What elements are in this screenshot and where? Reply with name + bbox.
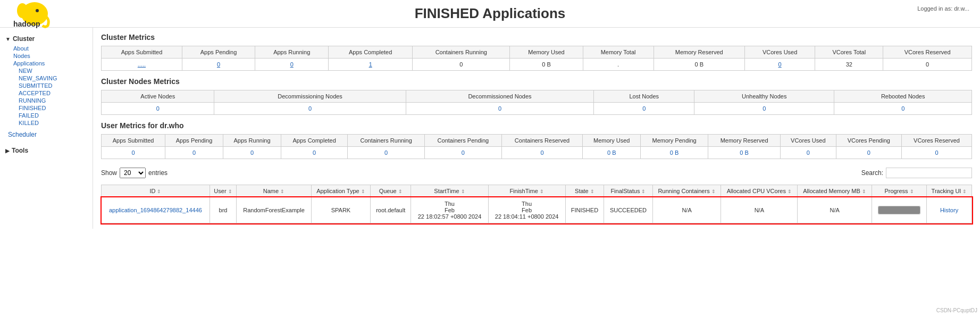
nodes-val-1: 0 [214, 103, 406, 115]
nodes-col-4: Unhealthy Nodes [694, 90, 834, 103]
app-col-8[interactable]: FinalStatus ⇕ [604, 185, 652, 197]
app-col-1[interactable]: User ⇕ [210, 185, 236, 197]
app-cell-13: History [927, 197, 972, 223]
cluster-triangle-icon: ▼ [5, 36, 11, 42]
user-col-1: Apps Pending [165, 135, 223, 147]
table-row: application_1694864279882_14446brdRandom… [102, 197, 972, 223]
user-val-3: 0 [281, 147, 348, 159]
show-entries-left: Show 10202550100 entries [101, 168, 167, 178]
user-col-10: VCores Used [780, 135, 836, 147]
sidebar-item-killed[interactable]: KILLED [16, 119, 90, 127]
cluster-section: ▼ Cluster About Nodes Applications NEW N… [3, 33, 90, 139]
cluster-nodes-table: Active NodesDecommissioning NodesDecommi… [101, 90, 972, 115]
show-entries-row: Show 10202550100 entries Search: [101, 165, 972, 180]
user-col-9: Memory Reserved [708, 135, 781, 147]
app-id-link[interactable]: application_1694864279882_14446 [109, 207, 202, 213]
app-col-11[interactable]: Allocated Memory MB ⇕ [798, 185, 872, 197]
cluster-metrics-val-3: 1 [329, 59, 413, 71]
cluster-section-header[interactable]: ▼ Cluster [3, 33, 90, 45]
sort-icon-4: ⇕ [398, 189, 403, 194]
user-col-8: Memory Pending [641, 135, 708, 147]
app-col-4[interactable]: Queue ⇕ [370, 185, 411, 197]
sort-icon-1: ⇕ [228, 189, 232, 194]
app-cell-5: ThuFeb22 18:02:57 +0800 2024 [411, 197, 488, 223]
app-cell-0: application_1694864279882_14446 [102, 197, 210, 223]
page-title: FINISHED Applications [415, 5, 566, 22]
tools-label: Tools [12, 147, 28, 154]
sidebar-item-submitted[interactable]: SUBMITTED [16, 82, 90, 89]
cluster-metrics-col-3: Apps Completed [329, 46, 413, 59]
entries-select[interactable]: 10202550100 [120, 168, 146, 178]
cluster-metrics-col-0: Apps Submitted [102, 46, 182, 59]
app-col-12[interactable]: Progress ⇕ [872, 185, 927, 197]
cluster-metrics-col-5: Memory Used [510, 46, 583, 59]
sidebar-item-nodes[interactable]: Nodes [11, 52, 90, 60]
cluster-metrics-val-0: ..... [102, 59, 182, 71]
app-col-2[interactable]: Name ⇕ [237, 185, 312, 197]
sidebar-item-running[interactable]: RUNNING [16, 97, 90, 104]
app-col-7[interactable]: State ⇕ [565, 185, 604, 197]
app-cell-10: N/A [721, 197, 798, 223]
svg-point-1 [17, 3, 28, 18]
app-col-0[interactable]: ID ⇕ [102, 185, 210, 197]
app-cell-2: RandomForestExample [237, 197, 312, 223]
entries-label: entries [148, 169, 167, 177]
user-col-5: Containers Pending [425, 135, 501, 147]
sidebar-item-scheduler[interactable]: Scheduler [3, 130, 90, 139]
user-val-5: 0 [425, 147, 501, 159]
user-val-7: 0 B [583, 147, 641, 159]
cluster-metrics-col-2: Apps Running [255, 46, 329, 59]
sidebar-item-accepted[interactable]: ACCEPTED [16, 89, 90, 97]
sort-icon-12: ⇕ [910, 189, 914, 194]
app-col-13[interactable]: Tracking UI ⇕ [927, 185, 972, 197]
search-label: Search: [861, 169, 883, 177]
sidebar-item-about[interactable]: About [11, 45, 90, 52]
app-col-5[interactable]: StartTime ⇕ [411, 185, 488, 197]
app-cell-6: ThuFeb22 18:04:11 +0800 2024 [488, 197, 565, 223]
app-col-9[interactable]: Running Containers ⇕ [652, 185, 721, 197]
cluster-links: About Nodes Applications NEW NEW_SAVING … [3, 45, 90, 127]
nodes-val-3: 0 [594, 103, 694, 115]
sidebar-item-new[interactable]: NEW [16, 67, 90, 74]
app-col-6[interactable]: FinishTime ⇕ [488, 185, 565, 197]
hadoop-logo-svg: hadoop [11, 0, 69, 28]
tools-section-header[interactable]: ▶ Tools [3, 145, 90, 156]
cluster-metrics-val-1: 0 [182, 59, 255, 71]
show-label: Show [101, 169, 117, 177]
cluster-metrics-val-2: 0 [255, 59, 329, 71]
user-col-7: Memory Used [583, 135, 641, 147]
app-cell-12 [872, 197, 927, 223]
nodes-col-1: Decommissioning Nodes [214, 90, 406, 103]
search-input[interactable] [886, 168, 972, 178]
user-val-8: 0 B [641, 147, 708, 159]
cluster-metrics-col-7: Memory Reserved [654, 46, 744, 59]
nodes-val-0: 0 [102, 103, 214, 115]
cluster-metrics-col-4: Containers Running [413, 46, 510, 59]
user-col-4: Containers Running [348, 135, 425, 147]
sidebar-item-failed[interactable]: FAILED [16, 112, 90, 119]
cluster-metrics-table: Apps SubmittedApps PendingApps RunningAp… [101, 46, 972, 71]
sort-icon-2: ⇕ [280, 189, 284, 194]
cluster-metrics-val-10: 0 [883, 59, 972, 71]
progress-bar-fill [878, 206, 920, 214]
app-col-10[interactable]: Allocated CPU VCores ⇕ [721, 185, 798, 197]
sidebar-item-finished[interactable]: FINISHED [16, 104, 90, 112]
sidebar-item-applications[interactable]: Applications [11, 60, 90, 67]
user-col-6: Containers Reserved [501, 135, 583, 147]
app-col-3[interactable]: Application Type ⇕ [311, 185, 370, 197]
cluster-metrics-val-9: 32 [815, 59, 883, 71]
cluster-metrics-col-1: Apps Pending [182, 46, 255, 59]
app-table-header-row: ID ⇕User ⇕Name ⇕Application Type ⇕Queue … [102, 185, 972, 197]
user-col-3: Apps Completed [281, 135, 348, 147]
sort-icon-10: ⇕ [788, 189, 792, 194]
cluster-metrics-col-9: VCores Total [815, 46, 883, 59]
nodes-col-3: Lost Nodes [594, 90, 694, 103]
cluster-metrics-val-5: 0 B [510, 59, 583, 71]
nodes-col-2: Decommissioned Nodes [406, 90, 594, 103]
user-metrics-value-row: 00000000 B0 B0 B000 [102, 147, 972, 159]
app-cell-11: N/A [798, 197, 872, 223]
sort-icon-5: ⇕ [461, 189, 465, 194]
sidebar-item-new-saving[interactable]: NEW_SAVING [16, 74, 90, 82]
history-link[interactable]: History [940, 207, 958, 213]
progress-bar-container [878, 206, 920, 214]
